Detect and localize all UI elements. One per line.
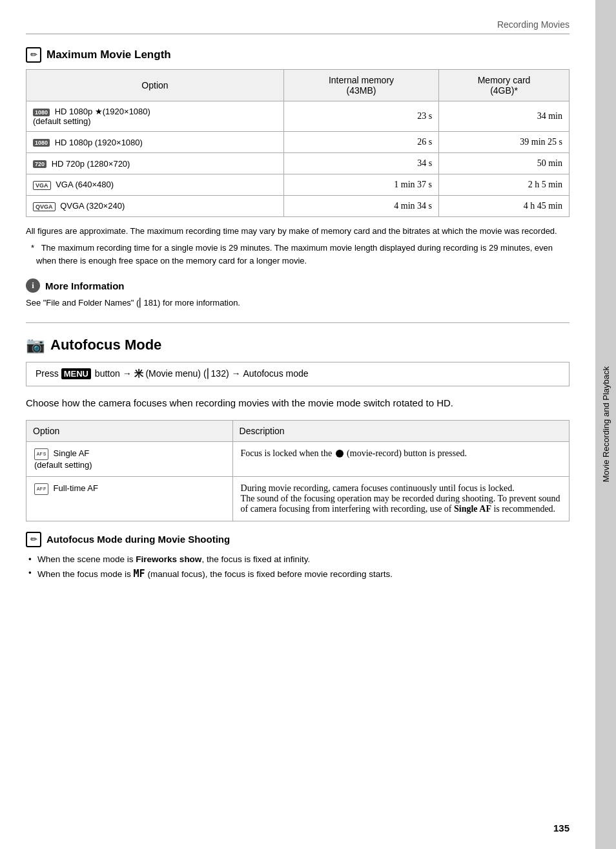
page-number: 135 (553, 823, 570, 833)
table-cell-internal: 34 s (283, 153, 438, 174)
table-cell-option: 1080 HD 1080p (1920×1080) (26, 132, 284, 153)
table-cell-memory: 50 min (439, 153, 570, 174)
af-col-option: Option (26, 420, 233, 441)
info-icon: i (26, 278, 40, 293)
table-cell-memory: 2 h 5 min (439, 174, 570, 196)
table-row: AFS Single AF(default setting) Focus is … (26, 441, 570, 476)
table-row: QVGA QVGA (320×240) 4 min 34 s 4 h 45 mi… (26, 196, 570, 217)
divider (26, 322, 570, 323)
mf-text: MF (134, 568, 145, 580)
more-info-title-row: i More Information (26, 278, 570, 293)
side-tab: Movie Recording and Playback (595, 0, 616, 849)
list-item: When the scene mode is Fireworks show, t… (26, 552, 570, 567)
fireworks-bold: Fireworks show (136, 554, 201, 564)
badge-1080: 1080 (33, 139, 50, 147)
pencil-icon: ✏ (26, 47, 41, 63)
table-row: AFF Full-time AF During movie recording,… (26, 476, 570, 521)
full-af-icon: AFF (34, 483, 48, 495)
af-cell-desc-2: During movie recording, camera focuses c… (232, 476, 569, 521)
af-col-desc: Description (232, 420, 569, 441)
af-mode-icon: 📷 (26, 336, 45, 354)
header-row: Recording Movies (26, 19, 570, 34)
table-cell-internal: 4 min 34 s (283, 196, 438, 217)
table-cell-memory: 4 h 45 min (439, 196, 570, 217)
af-section-title: Autofocus Mode (50, 337, 161, 353)
table-row: 1080 HD 1080p ★(1920×1080)(default setti… (26, 101, 570, 132)
more-info-text: See "File and Folder Names" (⎢181) for m… (26, 297, 570, 309)
af-shooting-list: When the scene mode is Fireworks show, t… (26, 552, 570, 582)
badge-1080-star: 1080 (33, 109, 50, 116)
table-row: 1080 HD 1080p (1920×1080) 26 s 39 min 25… (26, 132, 570, 153)
af-shooting-title: Autofocus Mode during Movie Shooting (46, 534, 230, 545)
footnote-text: * The maximum recording time for a singl… (26, 242, 570, 269)
max-movie-length-title: Maximum Movie Length (46, 48, 171, 61)
af-shooting-title-row: ✏ Autofocus Mode during Movie Shooting (26, 532, 570, 547)
table-cell-internal: 1 min 37 s (283, 174, 438, 196)
table-cell-memory: 39 min 25 s (439, 132, 570, 153)
table-col-memory: Memory card(4GB)* (439, 70, 570, 101)
table-cell-option: QVGA QVGA (320×240) (26, 196, 284, 217)
table-cell-internal: 26 s (283, 132, 438, 153)
af-shooting-section: ✏ Autofocus Mode during Movie Shooting W… (26, 532, 570, 582)
max-movie-length-title-row: ✏ Maximum Movie Length (26, 47, 570, 63)
table-cell-option: 1080 HD 1080p ★(1920×1080)(default setti… (26, 101, 284, 132)
table-row: VGA VGA (640×480) 1 min 37 s 2 h 5 min (26, 174, 570, 196)
table-row: 720 HD 720p (1280×720) 34 s 50 min (26, 153, 570, 174)
movie-menu-icon: 米 (134, 368, 143, 379)
main-content: Recording Movies ✏ Maximum Movie Length … (0, 0, 595, 849)
table-col-option: Option (26, 70, 284, 101)
table-cell-internal: 23 s (283, 101, 438, 132)
af-cell-option-1: AFS Single AF(default setting) (26, 441, 233, 476)
table-cell-option: VGA VGA (640×480) (26, 174, 284, 196)
table-col-internal: Internal memory(43MB) (283, 70, 438, 101)
af-title-row: 📷 Autofocus Mode (26, 336, 570, 354)
table-cell-option: 720 HD 720p (1280×720) (26, 153, 284, 174)
menu-path-box: Press MENU button → 米 (Movie menu) (⎢132… (26, 362, 570, 386)
autofocus-section: 📷 Autofocus Mode Press MENU button → 米 (… (26, 336, 570, 582)
menu-key: MENU (61, 368, 91, 379)
badge-720: 720 (33, 160, 46, 168)
movie-record-icon (336, 450, 344, 457)
badge-vga: VGA (33, 181, 51, 190)
af-cell-desc-1: Focus is locked when the (movie-record) … (232, 441, 569, 476)
single-af-icon: AFS (34, 448, 48, 460)
af-cell-option-2: AFF Full-time AF (26, 476, 233, 521)
pencil-icon-2: ✏ (26, 532, 41, 547)
af-description: Choose how the camera focuses when recor… (26, 395, 570, 411)
more-info-title: More Information (45, 280, 125, 291)
movie-length-table: Option Internal memory(43MB) Memory card… (26, 69, 570, 217)
header-title: Recording Movies (497, 19, 570, 30)
note-text: All figures are approximate. The maximum… (26, 225, 570, 238)
side-tab-text: Movie Recording and Playback (601, 366, 611, 482)
list-item: When the focus mode is MF (manual focus)… (26, 566, 570, 582)
single-af-bold: Single AF (454, 504, 491, 514)
af-table: Option Description AFS Single AF(default… (26, 420, 570, 521)
page: Recording Movies ✏ Maximum Movie Length … (0, 0, 616, 849)
table-cell-memory: 34 min (439, 101, 570, 132)
more-info-section: i More Information See "File and Folder … (26, 278, 570, 309)
badge-qvga: QVGA (33, 202, 56, 211)
